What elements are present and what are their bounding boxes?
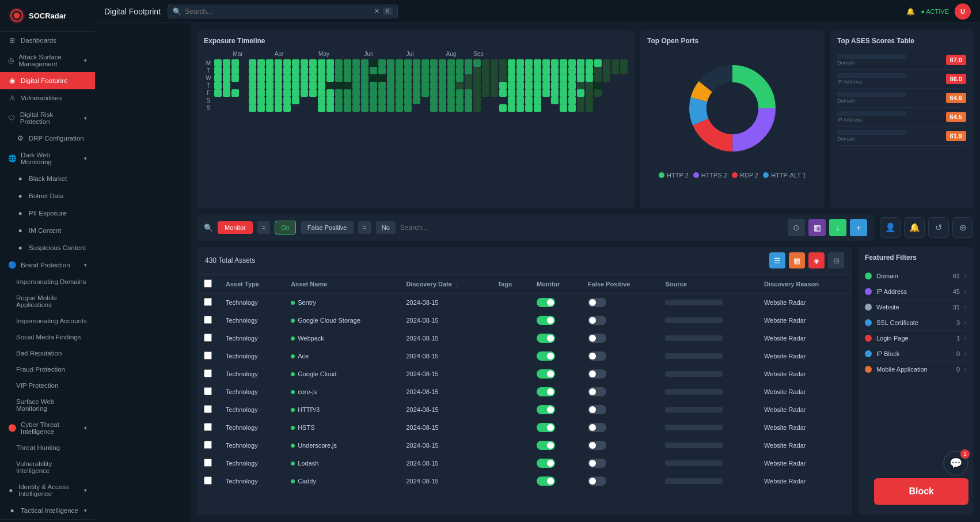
search-input[interactable]	[185, 7, 371, 16]
no-filter-button[interactable]: No	[376, 221, 396, 234]
featured-filter-item[interactable]: IP Address 45 ›	[865, 284, 966, 300]
close-search-icon[interactable]: ✕	[374, 7, 379, 15]
row-checkbox[interactable]	[204, 298, 212, 306]
row-checkbox[interactable]	[204, 334, 212, 342]
featured-filter-item[interactable]: Mobile Application 0 ›	[865, 362, 966, 377]
detail-view-button[interactable]: ◈	[808, 252, 825, 268]
sidebar-item-impersonating-accounts[interactable]: Impersonating Accounts	[0, 313, 95, 329]
false-positive-toggle[interactable]	[588, 316, 606, 325]
sidebar-item-im[interactable]: ● IM Content	[0, 222, 95, 239]
monitor-cell[interactable]	[530, 330, 581, 347]
notification-icon[interactable]: 🔔	[906, 7, 915, 16]
monitor-cell[interactable]	[530, 294, 581, 312]
filter-search-input[interactable]	[400, 224, 783, 232]
search-bar[interactable]: 🔍 ✕ K	[168, 5, 398, 18]
chat-widget[interactable]: 💬 1	[943, 451, 968, 476]
sidebar-item-bad-rep[interactable]: Bad Reputation	[0, 345, 95, 361]
monitor-toggle[interactable]	[537, 334, 555, 343]
sidebar-item-vulnerabilities[interactable]: ⚠ Vulnerabilities	[0, 89, 95, 107]
monitor-filter-button[interactable]: Monitor	[218, 221, 253, 234]
add-filter-button[interactable]: +	[850, 219, 867, 236]
row-checkbox[interactable]	[204, 387, 212, 395]
featured-filter-item[interactable]: SSL Certificate 3 ›	[865, 315, 966, 331]
row-checkbox[interactable]	[204, 423, 212, 431]
monitor-cell[interactable]	[530, 419, 581, 437]
row-checkbox[interactable]	[204, 405, 212, 413]
row-checkbox[interactable]	[204, 316, 212, 324]
sidebar-item-fraud[interactable]: Fraud Protection	[0, 361, 95, 377]
row-checkbox[interactable]	[204, 459, 212, 467]
monitor-cell[interactable]	[530, 383, 581, 401]
false-positive-toggle[interactable]	[588, 405, 606, 414]
false-positive-filter-button[interactable]: False Positive	[301, 221, 354, 234]
sidebar-item-darkweb[interactable]: 🌐 Dark Web Monitoring ▾	[0, 147, 95, 170]
list-view-button[interactable]: ☰	[769, 252, 785, 268]
monitor-toggle[interactable]	[537, 369, 555, 379]
false-positive-cell[interactable]	[581, 455, 659, 472]
sidebar-collapse-button[interactable]: «	[0, 519, 95, 522]
filter-tab-refresh[interactable]: ↺	[928, 217, 949, 238]
monitor-cell[interactable]	[530, 365, 581, 383]
monitor-cell[interactable]	[530, 347, 581, 365]
monitor-cell[interactable]	[530, 437, 581, 455]
featured-filter-item[interactable]: Login Page 1 ›	[865, 331, 966, 346]
false-positive-cell[interactable]	[581, 437, 659, 455]
monitor-toggle[interactable]	[537, 316, 555, 325]
featured-filter-item[interactable]: IP Block 0 ›	[865, 346, 966, 362]
row-checkbox[interactable]	[204, 476, 212, 485]
filter-tab-add[interactable]: ⊕	[952, 217, 973, 238]
sidebar-item-vuln-intel[interactable]: Vulnerability Intelligence	[0, 456, 95, 479]
settings-filter-icon-button[interactable]: ⊙	[788, 219, 805, 236]
sidebar-item-suspicious[interactable]: ● Suspicious Content	[0, 239, 95, 256]
monitor-toggle[interactable]	[537, 351, 555, 361]
false-positive-cell[interactable]	[581, 312, 659, 330]
false-positive-cell[interactable]	[581, 383, 659, 401]
on-filter-button[interactable]: On	[275, 221, 296, 234]
sidebar-item-drp-config[interactable]: ⚙ DRP Configuration	[0, 130, 95, 147]
table-scroll-container[interactable]: Asset Type Asset Name Discovery Date ↓ T…	[197, 275, 852, 490]
false-positive-cell[interactable]	[581, 294, 659, 312]
sidebar-item-digital-footprint[interactable]: ◉ Digital Footprint	[0, 72, 95, 89]
eq2-button[interactable]: =	[358, 221, 371, 234]
sidebar-item-drp[interactable]: 🛡 Digital Risk Protection ▾	[0, 107, 95, 130]
sidebar-item-threat-hunting[interactable]: Threat Hunting	[0, 440, 95, 456]
sidebar-item-vip[interactable]: VIP Protection	[0, 377, 95, 394]
false-positive-toggle[interactable]	[588, 459, 606, 468]
false-positive-toggle[interactable]	[588, 369, 606, 379]
row-checkbox[interactable]	[204, 441, 212, 449]
monitor-toggle[interactable]	[537, 441, 555, 450]
false-positive-toggle[interactable]	[588, 351, 606, 361]
grid-view-alt-button[interactable]: ▦	[789, 252, 805, 268]
monitor-toggle[interactable]	[537, 459, 555, 468]
sidebar-item-asm[interactable]: ◎ Attack Surface Management ▾	[0, 49, 95, 72]
monitor-cell[interactable]	[530, 312, 581, 330]
monitor-cell[interactable]	[530, 401, 581, 419]
sidebar-item-pii[interactable]: ● PII Exposure	[0, 205, 95, 222]
false-positive-toggle[interactable]	[588, 387, 606, 396]
featured-filter-item[interactable]: Website 31 ›	[865, 300, 966, 315]
monitor-toggle[interactable]	[537, 387, 555, 396]
false-positive-cell[interactable]	[581, 419, 659, 437]
download-button[interactable]: ↓	[829, 219, 846, 236]
sidebar-item-dashboards[interactable]: ⊞ Dashboards	[0, 32, 95, 49]
avatar[interactable]: U	[955, 3, 971, 20]
monitor-toggle[interactable]	[537, 423, 555, 432]
monitor-toggle[interactable]	[537, 476, 555, 486]
sidebar-item-black-market[interactable]: ● Black Market	[0, 170, 95, 187]
row-checkbox[interactable]	[204, 369, 212, 377]
eq1-button[interactable]: =	[257, 221, 270, 234]
monitor-cell[interactable]	[530, 455, 581, 472]
sidebar-item-cti[interactable]: 🔴 Cyber Threat Intelligence ▾	[0, 417, 95, 440]
filter-tab-user[interactable]: 👤	[880, 217, 901, 238]
row-checkbox[interactable]	[204, 351, 212, 360]
false-positive-toggle[interactable]	[588, 298, 606, 307]
sidebar-item-iai[interactable]: ● Identity & Access Intelligence ▾	[0, 479, 95, 502]
false-positive-cell[interactable]	[581, 365, 659, 383]
monitor-toggle[interactable]	[537, 405, 555, 414]
sidebar-item-brand[interactable]: 🔵 Brand Protection ▾	[0, 256, 95, 274]
sidebar-item-social-media[interactable]: Social Media Findings	[0, 329, 95, 345]
filter-tab-alert[interactable]: 🔔	[904, 217, 925, 238]
featured-filter-item[interactable]: Domain 61 ›	[865, 268, 966, 284]
false-positive-cell[interactable]	[581, 347, 659, 365]
false-positive-toggle[interactable]	[588, 334, 606, 343]
